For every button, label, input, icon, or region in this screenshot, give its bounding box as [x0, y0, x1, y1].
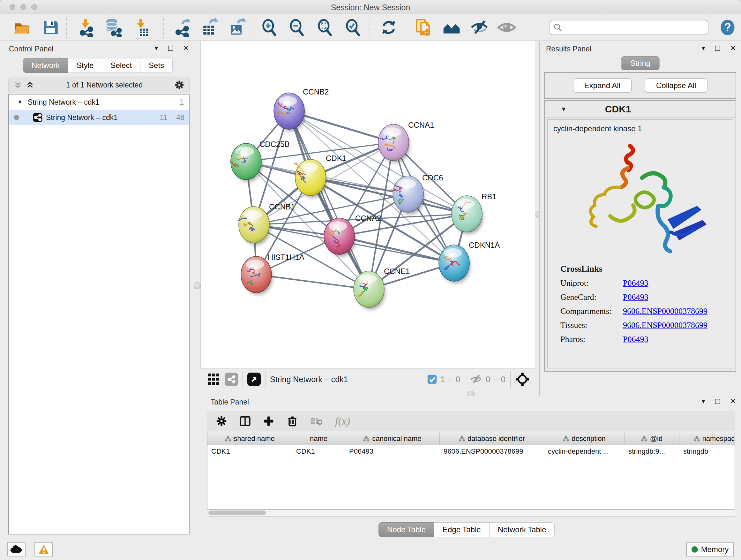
column-header-database-identifier[interactable]: database identifier — [440, 432, 544, 445]
first-neighbors-button[interactable] — [442, 17, 462, 38]
network-canvas[interactable]: CCNB2CCNA1CDC25BCDK1CDC6RB1CCNB1CCNA2CDK… — [200, 41, 535, 368]
node-label-CCNA2: CCNA2 — [355, 214, 381, 223]
tab-node-table[interactable]: Node Table — [379, 522, 434, 537]
birdseye-view-icon[interactable] — [247, 373, 261, 386]
column-header-description[interactable]: description — [544, 432, 624, 445]
network-row[interactable]: String Network – cdk1 11 48 — [9, 110, 189, 125]
clone-network-button[interactable] — [414, 17, 434, 38]
tab-network[interactable]: Network — [23, 58, 68, 73]
node-CCNB1[interactable] — [238, 206, 271, 245]
table-panel-close-icon[interactable]: ✕ — [730, 397, 736, 406]
table-hscrollbar[interactable] — [207, 509, 735, 516]
table-cell[interactable]: CDK1 — [292, 445, 345, 458]
entry-collapse-icon[interactable]: ▼ — [561, 106, 567, 113]
edge-CCNE1-HIST1H1A[interactable] — [256, 274, 369, 289]
delete-column-icon[interactable] — [286, 415, 298, 427]
crosslink-link[interactable]: P06493 — [623, 334, 648, 344]
crosslink-link[interactable]: P06493 — [623, 293, 648, 302]
tab-style[interactable]: Style — [68, 58, 102, 73]
results-panel-float-icon[interactable] — [715, 44, 720, 52]
zoom-fit-button[interactable] — [315, 17, 335, 38]
hide-selected-button[interactable] — [469, 17, 489, 38]
results-panel-close-icon[interactable]: ✕ — [730, 44, 736, 52]
import-table-file-button[interactable] — [131, 17, 152, 38]
column-header-name[interactable]: name — [292, 432, 345, 445]
cloud-status-button[interactable] — [7, 543, 25, 557]
node-CDC25B[interactable] — [230, 143, 263, 182]
open-file-button[interactable] — [11, 17, 32, 38]
crosslink-link[interactable]: 9606.ENSP00000378699 — [623, 307, 708, 316]
save-session-button[interactable] — [40, 17, 61, 38]
edge-CCNB2-CCNE1[interactable] — [289, 111, 369, 289]
search-input[interactable] — [562, 23, 699, 32]
crosslink-link[interactable]: 9606.ENSP00000378699 — [623, 320, 708, 330]
import-network-database-button[interactable] — [103, 17, 123, 38]
network-collection-row[interactable]: ▼ String Network – cdk1 1 — [9, 95, 189, 110]
control-panel-menu-icon[interactable]: ▾ — [155, 44, 158, 52]
control-panel-close-icon[interactable]: ✕ — [183, 44, 189, 52]
help-button[interactable]: ? — [718, 17, 738, 38]
column-header-canonical-name[interactable]: canonical name — [345, 432, 440, 445]
collapse-all-icon[interactable] — [13, 80, 23, 90]
collapse-all-button[interactable]: Collapse All — [645, 78, 708, 93]
tab-string[interactable]: String — [621, 56, 660, 70]
table-cell[interactable]: 9606.ENSP00000378699 — [440, 445, 544, 458]
table-cell[interactable]: CDK1 — [207, 445, 292, 458]
results-panel-menu-icon[interactable]: ▾ — [702, 44, 705, 52]
tab-select[interactable]: Select — [102, 58, 140, 73]
gear-icon[interactable] — [174, 79, 185, 90]
control-panel-float-icon[interactable] — [168, 44, 173, 52]
show-all-button[interactable] — [496, 17, 517, 38]
zoom-out-button[interactable] — [286, 17, 307, 38]
tab-sets[interactable]: Sets — [140, 58, 173, 73]
edge-CCNA2-CDKN1A[interactable] — [339, 236, 454, 263]
node-CCNB2[interactable] — [274, 93, 306, 132]
warnings-button[interactable] — [35, 543, 53, 557]
zoom-in-button[interactable] — [259, 17, 280, 38]
node-CDK1[interactable] — [294, 159, 327, 198]
export-network-button[interactable] — [172, 17, 192, 38]
table-cell[interactable]: stringdb:9... — [624, 445, 679, 458]
column-header-namespace[interactable]: namespace — [679, 432, 735, 445]
tree-expand-icon[interactable]: ▼ — [17, 99, 23, 105]
table-hscrollbar-thumb[interactable] — [208, 510, 266, 515]
node-table[interactable]: shared namenamecanonical namedatabase id… — [207, 432, 735, 509]
node-CDKN1A[interactable] — [439, 245, 471, 284]
view-grid-icon[interactable] — [207, 373, 220, 386]
tab-network-table[interactable]: Network Table — [489, 522, 555, 537]
left-splitter-handle[interactable] — [194, 282, 201, 289]
export-image-button[interactable] — [226, 17, 247, 38]
table-cell[interactable]: cyclin-dependent ... — [544, 445, 624, 458]
entry-header[interactable]: ▼ CDK1 — [545, 101, 736, 118]
import-network-file-button[interactable] — [76, 17, 96, 38]
node-CCNA1[interactable] — [378, 124, 410, 163]
table-gear-icon[interactable] — [216, 415, 227, 427]
memory-button[interactable]: Memory — [686, 543, 734, 557]
show-columns-icon[interactable] — [239, 415, 251, 427]
node-CDC6[interactable] — [392, 176, 425, 214]
node-HIST1H1A[interactable] — [241, 256, 273, 295]
search-box[interactable] — [549, 20, 709, 35]
expand-all-button[interactable]: Expand All — [573, 78, 632, 93]
network-graph[interactable]: CCNB2CCNA1CDC25BCDK1CDC6RB1CCNB1CCNA2CDK… — [201, 41, 535, 368]
string-app-icon[interactable] — [225, 373, 238, 386]
crosslink-link[interactable]: P06493 — [623, 278, 648, 288]
table-cell[interactable]: P06493 — [345, 445, 440, 458]
add-column-icon[interactable] — [263, 415, 274, 427]
crosshair-icon[interactable] — [515, 372, 530, 387]
zoom-selected-button[interactable] — [343, 17, 363, 38]
node-RB1[interactable] — [452, 196, 483, 234]
selected-checkbox-icon[interactable] — [427, 374, 437, 384]
node-CCNA2[interactable] — [324, 218, 356, 257]
apply-layout-button[interactable] — [379, 17, 399, 38]
table-cell[interactable]: stringdb — [679, 445, 735, 458]
table-panel-float-icon[interactable] — [715, 397, 720, 406]
table-row[interactable]: CDK1CDK1P064939606.ENSP00000378699cyclin… — [207, 445, 735, 458]
node-CCNE1[interactable] — [354, 271, 386, 310]
tab-edge-table[interactable]: Edge Table — [434, 522, 489, 537]
column-header-@id[interactable]: @id — [624, 432, 679, 445]
expand-all-icon[interactable] — [25, 80, 35, 90]
export-table-button[interactable] — [199, 17, 219, 38]
table-panel-menu-icon[interactable]: ▾ — [702, 397, 705, 406]
column-header-shared-name[interactable]: shared name — [207, 432, 292, 445]
